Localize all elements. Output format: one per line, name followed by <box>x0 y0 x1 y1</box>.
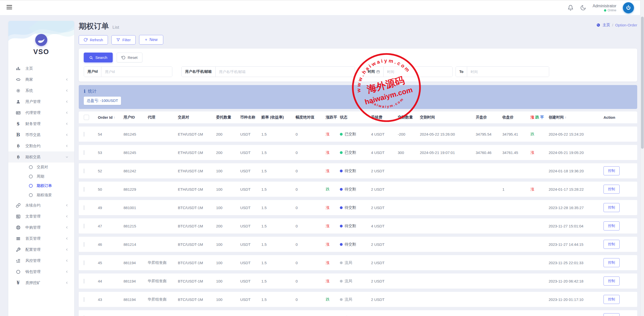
filter-input-1[interactable] <box>101 67 172 77</box>
sidebar-item-9[interactable]: 期权交易 <box>8 151 74 163</box>
sidebar-item-1[interactable]: 主页 <box>8 63 74 74</box>
sidebar-item-4[interactable]: 用户管理 <box>8 96 74 107</box>
bell-icon[interactable] <box>568 5 574 11</box>
sidebar-subitem-交易对[interactable]: 交易对 <box>8 163 74 172</box>
sidebar-item-6[interactable]: $财务管理 <box>8 118 74 129</box>
hamburger-menu-icon[interactable] <box>7 5 12 10</box>
avatar[interactable] <box>623 2 634 13</box>
cell-close: 34761.45 <box>502 150 531 155</box>
sidebar-item-15[interactable]: 风控管理 <box>8 255 74 266</box>
control-button[interactable]: 控制 <box>603 203 620 212</box>
control-button[interactable]: 控制 <box>603 258 620 267</box>
cell-id: 43 <box>98 297 124 302</box>
sidebar-item-label: 申购管理 <box>25 225 65 230</box>
row-checkbox[interactable] <box>84 187 84 192</box>
control-button[interactable]: 控制 <box>603 221 620 230</box>
cell-uid: 881242 <box>124 169 148 173</box>
row-checkbox[interactable] <box>84 150 84 155</box>
sidebar-item-7[interactable]: B币币交易 <box>8 129 74 140</box>
sidebar-item-14[interactable]: 配置管理 <box>8 244 74 255</box>
cell-settleTime: 2024-05-21 19:07:01 <box>420 150 476 155</box>
chevron-left-icon <box>65 78 69 81</box>
sidebar-subitem-label: 期权场景 <box>37 193 52 198</box>
row-checkbox[interactable] <box>84 260 84 265</box>
table-row: 44881194华昇组丧彪BTC/USDT-1M100USDT1.50涨流局2 … <box>79 273 637 289</box>
sidebar-item-3[interactable]: 系统 <box>8 85 74 96</box>
sidebar-subitem-周期[interactable]: 周期 <box>8 172 74 181</box>
sidebar-subitem-期权订单[interactable]: 期权订单 <box>8 181 74 190</box>
sort-arrow-icon[interactable]: ↑ <box>565 115 567 120</box>
cell-qty: 100 <box>216 206 240 210</box>
cell-pair: ETH/USDT-1M <box>178 187 216 191</box>
filter-input-3[interactable] <box>384 67 452 77</box>
cell-open: 34795.54 <box>476 132 502 136</box>
sidebar-item-2[interactable]: 商家 <box>8 74 74 85</box>
filter-input-2[interactable] <box>216 67 355 77</box>
cell-status: 已交割 <box>340 132 371 137</box>
cell-coin: USDT <box>240 169 261 173</box>
cell-id: 52 <box>98 169 124 173</box>
cell-fee: 2 USDT <box>371 242 398 247</box>
sidebar-item-11[interactable]: 文章管理 <box>8 211 74 222</box>
sidebar-item-12[interactable]: 申购管理 <box>8 222 74 233</box>
row-checkbox[interactable] <box>84 169 84 173</box>
cell-odds: 1.5 <box>261 132 296 136</box>
cell-odds: 1.5 <box>261 279 296 283</box>
sidebar-item-17[interactable]: ¥质押挖矿 <box>8 277 74 288</box>
cell-created: 2023-11-27 14:44:15 <box>549 242 603 247</box>
refresh-button[interactable]: Refresh <box>79 35 108 45</box>
table-row: 45881194华昇组丧彪BTC/USDT-1M100USDT1.50涨流局2 … <box>79 255 637 270</box>
scrollbar-thumb[interactable] <box>641 17 644 149</box>
sidebar-item-16[interactable]: 钱包管理 <box>8 266 74 277</box>
table-header-收盘价: 收盘价 <box>502 115 531 120</box>
table-row: 50881229ETH/USDT-1M100USDT1.50跌待交割2 USDT… <box>79 182 637 197</box>
row-checkbox[interactable] <box>84 242 84 247</box>
logo[interactable]: VSO <box>8 21 74 56</box>
filter-input-4[interactable] <box>467 67 549 77</box>
cell-odds: 1.5 <box>261 150 296 155</box>
row-checkbox[interactable] <box>84 224 84 228</box>
sidebar-item-10[interactable]: 永续合约 <box>8 200 74 211</box>
cell-amp: 0 <box>296 187 326 191</box>
sidebar-item-5[interactable]: 代理管理 <box>8 107 74 118</box>
table-body: 54881245ETH/USDT-1M200USDT1.50涨已交割4 USDT… <box>79 127 637 316</box>
filter-field-3: 时间 <box>364 66 453 77</box>
search-button[interactable]: Search <box>84 53 113 62</box>
sidebar-subitem-期权场景[interactable]: 期权场景 <box>8 190 74 200</box>
stats-banner: i 统计 总盈亏: -100USDT <box>79 85 637 109</box>
row-checkbox[interactable] <box>84 205 84 210</box>
sort-arrow-icon[interactable]: ↑ <box>113 115 115 120</box>
cell-created: 2023-12-28 16:35:27 <box>549 206 603 210</box>
cell-id: 54 <box>98 132 124 136</box>
filter-button[interactable]: Filter <box>111 35 136 45</box>
reset-button[interactable]: Reset <box>117 53 142 62</box>
cell-uid: 881214 <box>124 242 148 247</box>
cell-action: 控制 <box>603 166 632 175</box>
cell-status: 待交割 <box>340 205 371 210</box>
sidebar-item-13[interactable]: 首页管理 <box>8 233 74 244</box>
row-checkbox[interactable] <box>84 132 84 137</box>
table-header-涨跌平: 涨跌平 <box>326 115 340 120</box>
table-row: 43881194华昇组丧彪BTC/USDT-1M100USDT1.50跌流局2 … <box>79 292 637 307</box>
sidebar-item-label: 系统 <box>25 88 65 93</box>
row-checkbox[interactable] <box>84 297 84 302</box>
control-button[interactable]: 控制 <box>603 240 620 249</box>
control-button[interactable]: 控制 <box>603 276 620 286</box>
user-name: Administrator <box>593 4 616 9</box>
moon-icon[interactable] <box>580 5 586 11</box>
sidebar-item-8[interactable]: 交割合约 <box>8 140 74 151</box>
row-checkbox[interactable] <box>84 279 84 284</box>
cell-amp: 0 <box>296 206 326 210</box>
breadcrumb-home[interactable]: 主页 <box>602 23 610 27</box>
control-button[interactable]: 控制 <box>603 295 620 304</box>
control-button[interactable]: 控制 <box>603 313 620 316</box>
user-meta: Administrator Online <box>593 4 616 12</box>
select-all-checkbox[interactable] <box>84 115 89 120</box>
user-status: Online <box>593 9 616 12</box>
sidebar-submenu: 交易对周期期权订单期权场景 <box>8 163 74 200</box>
filter-field-label: 用户Id <box>84 67 101 77</box>
new-button[interactable]: + New <box>139 35 163 45</box>
control-button[interactable]: 控制 <box>603 185 620 194</box>
cell-id: 46 <box>98 242 124 247</box>
control-button[interactable]: 控制 <box>603 166 620 175</box>
